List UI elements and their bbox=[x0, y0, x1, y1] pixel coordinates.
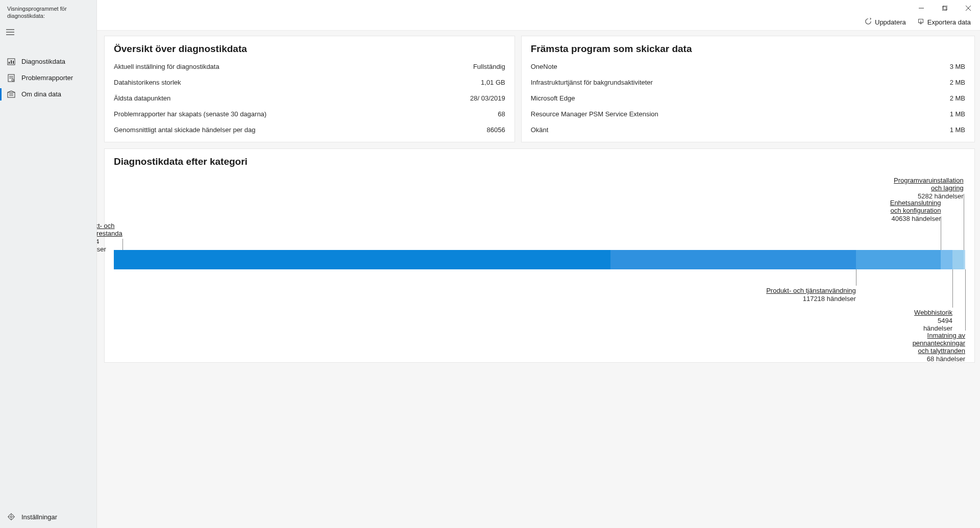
chart-segment[interactable] bbox=[941, 250, 952, 269]
svg-point-14 bbox=[9, 514, 14, 519]
chart-callout: Inmatning av pennanteckningar och talytt… bbox=[913, 332, 965, 363]
chart-callout: Produkt- och tjänstprestanda237264 hände… bbox=[97, 222, 122, 253]
chart-callout: Webbhistorik5494 händelser bbox=[914, 309, 952, 332]
overview-row: Datahistorikens storlek1,01 GB bbox=[105, 74, 514, 90]
content: Översikt över diagnostikdata Aktuell ins… bbox=[97, 31, 980, 528]
minimize-button[interactable] bbox=[910, 0, 933, 16]
export-icon bbox=[917, 18, 924, 27]
overview-row-value: 86056 bbox=[487, 126, 505, 134]
chart-callout-label: Inmatning av pennanteckningar och talytt… bbox=[913, 332, 965, 355]
top-apps-row-label: Okänt bbox=[531, 126, 549, 134]
svg-rect-21 bbox=[942, 7, 946, 11]
overview-row-label: Genomsnittligt antal skickade händelser … bbox=[114, 126, 256, 134]
chart-callout-sub: 5494 händelser bbox=[914, 317, 952, 332]
chart-segment[interactable] bbox=[610, 250, 856, 269]
top-apps-row-value: 2 MB bbox=[950, 94, 965, 102]
sidebar-item-label: Problemrapporter bbox=[21, 74, 73, 82]
chart-callout-sub: 5282 händelser bbox=[894, 192, 964, 200]
gear-icon bbox=[7, 513, 15, 521]
chart-segment[interactable] bbox=[952, 250, 964, 269]
svg-rect-6 bbox=[13, 61, 14, 64]
minimize-icon bbox=[919, 5, 924, 12]
chart-leader-line bbox=[964, 194, 964, 250]
chart-bar bbox=[114, 250, 965, 269]
problem-reports-icon bbox=[7, 74, 15, 82]
top-apps-row-value: 3 MB bbox=[950, 63, 965, 70]
overview-row: Aktuell inställning för diagnostikdataFu… bbox=[105, 59, 514, 74]
overview-title: Översikt över diagnostikdata bbox=[105, 36, 514, 59]
chart-segment[interactable] bbox=[114, 250, 610, 269]
app-title: Visningsprogrammet för diagnostikdata: bbox=[0, 0, 96, 23]
category-title: Diagnostikdata efter kategori bbox=[105, 149, 974, 173]
chart-segment[interactable] bbox=[964, 250, 965, 269]
hamburger-icon bbox=[6, 29, 14, 37]
sidebar-item-settings[interactable]: Inställningar bbox=[0, 508, 96, 528]
sidebar-item-label: Diagnostikdata bbox=[21, 58, 65, 65]
svg-rect-4 bbox=[9, 62, 10, 64]
top-apps-row-value: 1 MB bbox=[950, 110, 965, 118]
overview-row-label: Datahistorikens storlek bbox=[114, 79, 181, 86]
export-button[interactable]: Exportera data bbox=[917, 18, 971, 27]
top-apps-card: Främsta program som skickar data OneNote… bbox=[521, 36, 975, 142]
chart-callout: Produkt- och tjänstanvändning117218 händ… bbox=[766, 287, 856, 303]
svg-rect-22 bbox=[943, 6, 947, 10]
chart-callout-sub: 40638 händelser bbox=[890, 215, 941, 222]
top-apps-row: OneNote3 MB bbox=[522, 59, 974, 74]
top-apps-row-value: 1 MB bbox=[950, 126, 965, 134]
export-label: Exportera data bbox=[927, 18, 971, 26]
chart-segment[interactable] bbox=[856, 250, 941, 269]
overview-row-label: Problemrapporter har skapats (senaste 30… bbox=[114, 110, 266, 118]
category-chart: Produkt- och tjänstprestanda237264 hände… bbox=[114, 173, 965, 352]
top-apps-row-label: Infrastrukturtjänst för bakgrundsaktivit… bbox=[531, 79, 653, 86]
chart-callout: Programvaruinstallation och lagring5282 … bbox=[894, 177, 964, 200]
sidebar-item-label: Om dina data bbox=[21, 90, 61, 98]
top-apps-row: Infrastrukturtjänst för bakgrundsaktivit… bbox=[522, 74, 974, 90]
hamburger-button[interactable] bbox=[0, 23, 20, 43]
nav: Diagnostikdata Problemrapporter Om dina … bbox=[0, 54, 96, 103]
svg-point-10 bbox=[12, 79, 14, 81]
refresh-button[interactable]: Uppdatera bbox=[865, 18, 906, 27]
chart-callout: Enhetsanslutning och konfiguration40638 … bbox=[890, 199, 941, 222]
maximize-button[interactable] bbox=[933, 0, 957, 16]
toolbar: Uppdatera Exportera data bbox=[97, 16, 980, 31]
close-icon bbox=[966, 5, 971, 12]
sidebar-item-diagnostikdata[interactable]: Diagnostikdata bbox=[0, 54, 96, 70]
overview-row-value: Fullständig bbox=[473, 63, 505, 70]
sidebar: Visningsprogrammet för diagnostikdata: D… bbox=[0, 0, 97, 528]
refresh-icon bbox=[865, 18, 872, 27]
chart-leader-line bbox=[856, 269, 856, 286]
category-card: Diagnostikdata efter kategori Produkt- o… bbox=[104, 148, 975, 363]
chart-callout-sub: 68 händelser bbox=[913, 355, 965, 363]
diagnostic-data-icon bbox=[7, 58, 15, 66]
overview-row: Äldsta datapunkten28/ 03/2019 bbox=[105, 90, 514, 106]
overview-row-value: 68 bbox=[498, 110, 505, 118]
top-apps-row: Okänt1 MB bbox=[522, 122, 974, 142]
maximize-icon bbox=[942, 5, 947, 12]
window-controls bbox=[910, 0, 980, 16]
close-button[interactable] bbox=[957, 0, 980, 16]
top-apps-row: Resource Manager PSM Service Extension1 … bbox=[522, 106, 974, 122]
chart-callout-label: Programvaruinstallation och lagring bbox=[894, 177, 964, 192]
top-apps-title: Främsta program som skickar data bbox=[522, 36, 974, 59]
chart-leader-line bbox=[122, 239, 123, 250]
settings-label: Inställningar bbox=[21, 513, 57, 521]
overview-row: Problemrapporter har skapats (senaste 30… bbox=[105, 106, 514, 122]
chart-callout-label: Produkt- och tjänstanvändning bbox=[766, 287, 856, 294]
svg-point-15 bbox=[10, 516, 12, 518]
sidebar-item-om-dina-data[interactable]: Om dina data bbox=[0, 86, 96, 103]
chart-leader-line bbox=[941, 216, 941, 250]
svg-rect-5 bbox=[11, 60, 12, 64]
app-title-line1: Visningsprogrammet för bbox=[7, 6, 67, 12]
refresh-label: Uppdatera bbox=[875, 18, 906, 26]
chart-callout-label: Webbhistorik bbox=[914, 309, 952, 316]
overview-row-label: Aktuell inställning för diagnostikdata bbox=[114, 63, 219, 70]
overview-card: Översikt över diagnostikdata Aktuell ins… bbox=[104, 36, 515, 142]
chart-callout-sub: 237264 händelser bbox=[97, 238, 122, 253]
app-title-line2: diagnostikdata: bbox=[7, 13, 45, 19]
chart-callout-sub: 117218 händelser bbox=[766, 295, 856, 303]
top-apps-row: Microsoft Edge2 MB bbox=[522, 90, 974, 106]
sidebar-item-problemrapporter[interactable]: Problemrapporter bbox=[0, 70, 96, 86]
top-apps-row-label: Resource Manager PSM Service Extension bbox=[531, 110, 658, 118]
chart-leader-line bbox=[965, 269, 966, 331]
main: Uppdatera Exportera data Översikt över d… bbox=[97, 0, 980, 528]
